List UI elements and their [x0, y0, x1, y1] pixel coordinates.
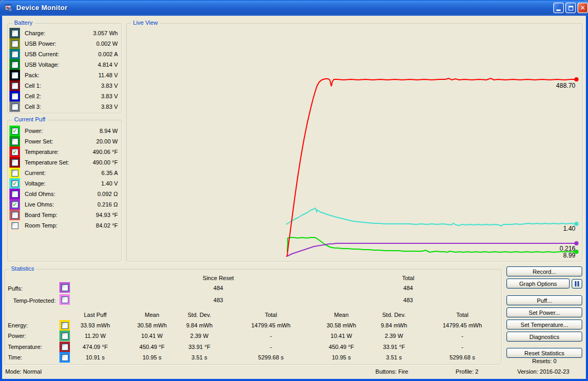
puff-row-swatch[interactable]	[9, 220, 20, 231]
puff-row-label: Temperature Set:	[25, 159, 69, 166]
counter-swatch-checkbox[interactable]	[62, 296, 68, 303]
counter-swatch-checkbox[interactable]	[62, 284, 68, 291]
battery-row-swatch-checkbox[interactable]	[12, 30, 18, 37]
battery-row-swatch[interactable]	[9, 49, 20, 59]
pause-icon	[575, 281, 576, 286]
maximize-button[interactable]	[565, 3, 576, 13]
stat-cell-value: 2.39 W	[190, 333, 209, 340]
stat-row-swatch-checkbox[interactable]	[62, 344, 68, 351]
puff-row-swatch-checkbox[interactable]	[12, 212, 18, 219]
stat-column-header: Total	[265, 312, 277, 319]
battery-row-swatch-checkbox[interactable]	[12, 61, 18, 68]
set-temperature-button[interactable]: Set Temperature...	[506, 320, 582, 329]
battery-row-swatch[interactable]	[9, 70, 20, 80]
battery-row-swatch[interactable]	[9, 80, 20, 91]
puff-row-swatch[interactable]	[9, 168, 20, 178]
stat-cell-value: 11.20 W	[85, 333, 106, 340]
stat-cell-value: 14799.45 mWh	[251, 322, 291, 329]
stat-cell-value: -	[461, 333, 463, 340]
battery-row-swatch[interactable]	[9, 91, 20, 101]
battery-row: USB Current:0.002 A	[9, 49, 118, 59]
counter-swatch[interactable]	[59, 282, 70, 293]
battery-row-swatch[interactable]	[9, 28, 20, 38]
stat-row-swatch[interactable]	[59, 331, 70, 341]
puff-row-swatch-checkbox[interactable]	[12, 138, 18, 145]
maximize-icon	[569, 6, 573, 11]
stat-row-swatch[interactable]	[59, 352, 70, 363]
chart-end-label-temperature: 488.70	[556, 82, 575, 89]
puff-row-swatch[interactable]	[9, 199, 20, 210]
battery-row-swatch[interactable]	[9, 59, 20, 70]
battery-row-label: Cell 1:	[25, 83, 41, 89]
puff-row-swatch[interactable]	[9, 189, 20, 199]
puff-row-swatch[interactable]	[9, 147, 20, 157]
statistics-panel-title: Statistics	[9, 265, 36, 272]
stat-cell-value: 9.84 mWh	[186, 322, 212, 329]
puff-row-label: Power:	[25, 128, 43, 134]
puff-row-swatch-checkbox[interactable]	[12, 191, 18, 198]
title-bar[interactable]: Device Monitor ✕	[0, 0, 588, 16]
puff-row-swatch[interactable]	[9, 157, 20, 168]
stat-cell-value: 10.95 s	[332, 354, 351, 362]
battery-panel-title: Battery	[12, 19, 35, 26]
battery-row-label: USB Power:	[25, 40, 56, 47]
window-frame-bottom	[0, 379, 588, 381]
stat-row-swatch[interactable]	[59, 320, 70, 331]
stat-row-swatch-checkbox[interactable]	[62, 333, 68, 339]
stat-column-header: Mean	[334, 312, 349, 319]
battery-row-value: 3.83 V	[101, 104, 118, 110]
puff-row: Current:6.35 A	[9, 168, 118, 178]
stat-row-swatch-checkbox[interactable]	[62, 322, 68, 329]
counter-swatch[interactable]	[59, 294, 70, 305]
pause-button[interactable]	[572, 279, 582, 289]
battery-row-label: USB Voltage:	[25, 61, 59, 68]
battery-row-swatch-checkbox[interactable]	[12, 104, 18, 110]
stat-column-header: Std. Dev.	[188, 312, 211, 319]
puff-row-swatch-checkbox[interactable]	[12, 222, 18, 229]
close-button[interactable]: ✕	[577, 3, 588, 13]
battery-row-swatch-checkbox[interactable]	[12, 83, 18, 89]
puff-row-swatch[interactable]	[9, 178, 20, 189]
puff-row: Power:8.94 W	[9, 126, 118, 136]
puff-row-swatch-checkbox[interactable]	[12, 159, 18, 166]
set-power-button[interactable]: Set Power...	[506, 307, 582, 317]
battery-row-label: Cell 3:	[25, 104, 41, 110]
puff-row: Board Temp:94.93 °F	[9, 210, 118, 220]
battery-row-swatch[interactable]	[9, 101, 20, 112]
puff-row-swatch-checkbox[interactable]	[12, 170, 18, 177]
live-view-panel: Live View 8.990.2161.40488.70	[126, 23, 583, 262]
puff-button[interactable]: Puff...	[506, 295, 582, 305]
stat-column-header: Total	[456, 312, 468, 319]
battery-row-swatch[interactable]	[9, 38, 20, 49]
graph-options-button[interactable]: Graph Options	[506, 279, 570, 289]
battery-row-value: 4.814 V	[98, 61, 118, 68]
reset-statistics-button[interactable]: Reset Statistics	[506, 348, 582, 358]
stat-row-label: Energy:	[8, 322, 28, 329]
puff-row-swatch[interactable]	[9, 210, 20, 220]
puff-row-swatch[interactable]	[9, 136, 20, 147]
puff-row-swatch-checkbox[interactable]	[12, 149, 18, 156]
stat-cell-value: 10.95 s	[143, 354, 161, 362]
stat-row-swatch-checkbox[interactable]	[62, 354, 68, 361]
battery-row-swatch-checkbox[interactable]	[12, 40, 18, 47]
window-title: Device Monitor	[16, 4, 67, 12]
stat-row-swatch[interactable]	[59, 342, 70, 352]
puff-row-swatch-checkbox[interactable]	[12, 128, 18, 135]
battery-row-label: USB Current:	[25, 51, 59, 57]
stat-cell-value: 2.39 W	[385, 333, 403, 340]
battery-row-swatch-checkbox[interactable]	[12, 93, 18, 100]
stat-row-label: Time:	[8, 354, 22, 362]
record-button[interactable]: Record...	[506, 266, 582, 276]
diagnostics-button[interactable]: Diagnostics	[506, 332, 582, 342]
battery-row-value: 3.83 V	[101, 83, 118, 89]
puff-row-swatch-checkbox[interactable]	[12, 201, 18, 208]
puff-row-swatch[interactable]	[9, 126, 20, 136]
battery-row-swatch-checkbox[interactable]	[12, 51, 18, 58]
puff-row-swatch-checkbox[interactable]	[12, 180, 18, 187]
minimize-button[interactable]	[553, 3, 564, 13]
battery-row: USB Power:0.002 W	[9, 38, 118, 49]
battery-row-swatch-checkbox[interactable]	[12, 72, 18, 79]
puff-row-value: 6.35 A	[102, 170, 118, 176]
battery-row: USB Voltage:4.814 V	[9, 59, 118, 70]
puff-row-value: 84.02 °F	[96, 222, 118, 229]
